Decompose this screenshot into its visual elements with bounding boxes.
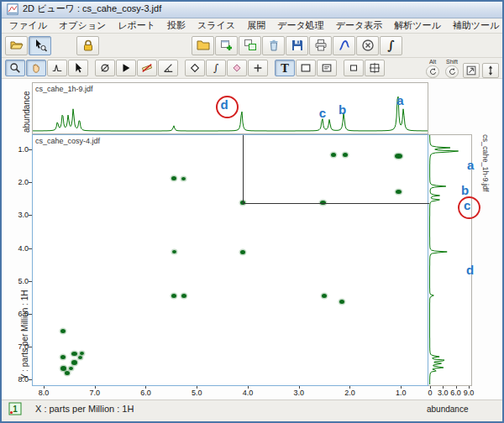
cross-peak bbox=[181, 177, 186, 180]
abundance-axis-label: abundance bbox=[427, 405, 469, 414]
cosy-2d-panel[interactable]: cs_cahe_cosy-4.jdf bbox=[32, 134, 428, 386]
right-spectrum-filename: cs_cahe_1h-9.jdf bbox=[481, 134, 490, 192]
x-axis-label: X : parts per Million : 1H bbox=[35, 404, 134, 414]
x-tick: 1.0 bbox=[391, 389, 411, 397]
x-tick: 4.0 bbox=[238, 389, 258, 397]
x-tick: 8.0 bbox=[34, 389, 54, 397]
peak-label-top-a: a bbox=[396, 94, 403, 107]
x-tick: 6.0 bbox=[135, 389, 155, 397]
cross-peak bbox=[339, 300, 344, 304]
cross-peak bbox=[80, 352, 84, 355]
cursor-vertical-line bbox=[243, 135, 244, 203]
peak-label-right-a: a bbox=[467, 159, 474, 172]
y-tick: 4.0 bbox=[10, 244, 29, 253]
peak-label-top-c: c bbox=[319, 107, 326, 120]
right-spectrum-panel[interactable] bbox=[428, 134, 472, 386]
right-spectrum-trace bbox=[428, 135, 470, 385]
peak-label-top-b: b bbox=[339, 103, 346, 117]
viewer-area: cs_cahe_1h-9.jdf cs_cahe_cosy-4.jdf abun… bbox=[0, 0, 504, 423]
svg-text:1: 1 bbox=[13, 405, 18, 414]
cross-peak bbox=[396, 190, 402, 194]
abundance-tick: 9.0 bbox=[462, 389, 475, 397]
x-tick: 5.0 bbox=[186, 389, 207, 397]
top-abundance-axis-label: abundance bbox=[22, 91, 31, 133]
cross-peak bbox=[78, 356, 82, 359]
abundance-tick: 6.0 bbox=[449, 389, 463, 397]
cross-peak bbox=[60, 355, 66, 359]
abundance-tick: 3.0 bbox=[436, 389, 449, 397]
grid-1-icon: 1 bbox=[8, 402, 22, 415]
peak-label-right-d: d bbox=[466, 264, 474, 277]
y-tick: 3.0 bbox=[10, 211, 29, 219]
cosy-filename: cs_cahe_cosy-4.jdf bbox=[35, 137, 100, 145]
cross-peak bbox=[331, 153, 336, 157]
cross-peak bbox=[171, 294, 176, 298]
cross-peak bbox=[343, 153, 348, 157]
cross-peak bbox=[181, 294, 186, 298]
x-tick: 2.0 bbox=[339, 389, 360, 397]
y-tick: 7.0 bbox=[10, 342, 29, 351]
peak-label-right-b: b bbox=[461, 184, 469, 197]
cross-peak bbox=[240, 250, 245, 254]
cross-peak bbox=[60, 366, 66, 371]
y-axis-label: Y : parts per Million : 1H bbox=[20, 290, 29, 379]
x-tick: 3.0 bbox=[289, 389, 309, 397]
cross-peak bbox=[171, 176, 176, 180]
y-tick: 2.0 bbox=[10, 178, 29, 186]
y-tick: 8.0 bbox=[10, 375, 29, 384]
cross-peak bbox=[65, 371, 70, 375]
top-spectrum-filename: cs_cahe_1h-9.jdf bbox=[35, 85, 93, 93]
cross-peak bbox=[69, 367, 73, 370]
cross-peak bbox=[322, 294, 327, 298]
cross-peak bbox=[395, 154, 402, 159]
abundance-tick: 0 bbox=[423, 389, 437, 397]
cross-peak bbox=[71, 352, 77, 356]
y-tick: 5.0 bbox=[10, 277, 29, 285]
cross-peak bbox=[172, 250, 176, 253]
x-tick: 7.0 bbox=[85, 389, 105, 397]
cursor-horizontal-line bbox=[243, 203, 429, 204]
cross-peak bbox=[71, 360, 77, 365]
y-tick: 6.0 bbox=[10, 310, 29, 318]
processor-status-icon[interactable]: 1 bbox=[8, 402, 22, 415]
y-tick: 1.0 bbox=[10, 145, 29, 154]
cross-peak bbox=[60, 329, 66, 333]
highlight-circle-right-c bbox=[458, 196, 480, 219]
highlight-circle-d bbox=[216, 96, 239, 118]
